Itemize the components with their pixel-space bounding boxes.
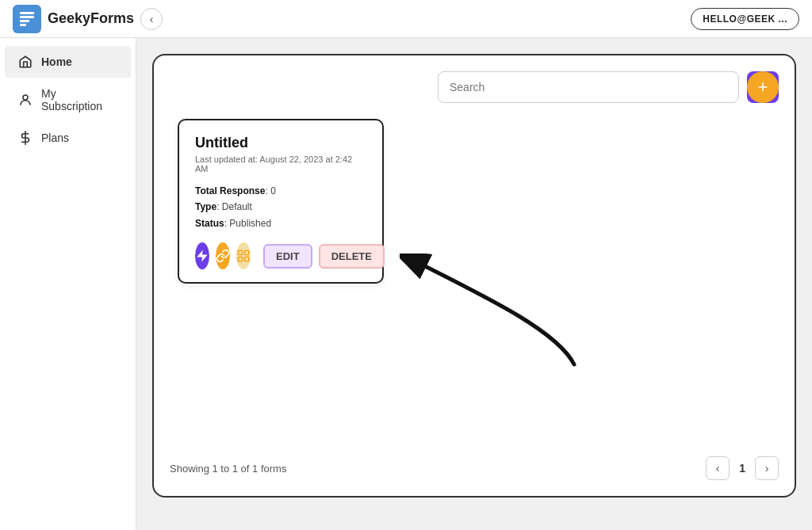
- form-meta: Total Response: 0 Type: Default Status: …: [195, 183, 366, 231]
- form-icon-button-3[interactable]: [236, 242, 251, 269]
- edit-button[interactable]: EDIT: [263, 244, 312, 269]
- sidebar-item-my-subscription[interactable]: My Subscription: [5, 79, 131, 120]
- prev-page-button[interactable]: ‹: [706, 456, 730, 480]
- showing-text: Showing 1 to 1 of 1 forms: [170, 463, 286, 475]
- dollar-icon: [17, 130, 33, 146]
- form-card: Untitled Last updated at: August 22, 202…: [178, 119, 384, 284]
- sidebar-item-plans[interactable]: Plans: [5, 122, 131, 154]
- content-card: ▼ + Untitled Last updated at: August 22,…: [152, 54, 796, 498]
- svg-rect-2: [20, 20, 29, 22]
- svg-rect-8: [238, 257, 242, 261]
- form-icon-button-1[interactable]: [195, 242, 209, 269]
- top-header: GeekyForms ‹ HELLO@GEEK ...: [0, 0, 812, 38]
- svg-point-4: [23, 95, 28, 100]
- svg-rect-7: [245, 250, 249, 254]
- sidebar-item-home[interactable]: Home: [5, 46, 131, 78]
- user-menu-button[interactable]: HELLO@GEEK ...: [691, 8, 799, 30]
- delete-button[interactable]: DELETE: [319, 244, 385, 269]
- svg-rect-1: [20, 16, 34, 18]
- collapse-sidebar-button[interactable]: ‹: [140, 8, 163, 30]
- form-icon-button-2[interactable]: [216, 242, 230, 269]
- arrow-annotation: [400, 254, 598, 380]
- form-actions: EDIT DELETE: [195, 242, 366, 269]
- svg-rect-6: [238, 250, 242, 254]
- user-icon: [17, 92, 33, 108]
- form-updated: Last updated at: August 22, 2023 at 2:42…: [195, 154, 366, 173]
- current-page: 1: [739, 462, 745, 475]
- header-left: GeekyForms ‹: [13, 5, 163, 33]
- sidebar-subscription-label: My Subscription: [41, 87, 118, 112]
- add-form-button[interactable]: +: [747, 71, 779, 103]
- card-footer: Showing 1 to 1 of 1 forms ‹ 1 ›: [170, 456, 779, 480]
- search-input[interactable]: [438, 71, 739, 103]
- next-page-button[interactable]: ›: [755, 456, 779, 480]
- pagination: ‹ 1 ›: [706, 456, 779, 480]
- svg-rect-3: [20, 24, 26, 26]
- sidebar-home-label: Home: [41, 55, 72, 68]
- sidebar-plans-label: Plans: [41, 132, 69, 144]
- svg-rect-0: [20, 12, 34, 14]
- main-content: ▼ + Untitled Last updated at: August 22,…: [136, 38, 812, 530]
- logo-text: GeekyForms: [48, 10, 134, 27]
- form-title: Untitled: [195, 135, 366, 151]
- main-layout: Home My Subscription Plans: [0, 38, 812, 530]
- plus-icon: +: [758, 77, 768, 97]
- svg-rect-9: [245, 257, 249, 261]
- home-icon: [17, 54, 33, 70]
- card-topbar: ▼: [170, 71, 779, 103]
- sidebar: Home My Subscription Plans: [0, 38, 136, 530]
- logo-icon: [13, 5, 41, 33]
